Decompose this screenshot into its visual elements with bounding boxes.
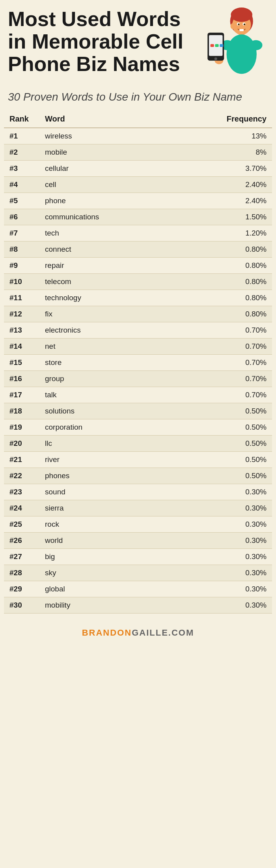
cell-word: fix xyxy=(39,306,158,322)
cell-word: river xyxy=(39,452,158,468)
cell-word: talk xyxy=(39,387,158,403)
cell-frequency: 0.30% xyxy=(158,484,272,500)
cell-frequency: 0.50% xyxy=(158,436,272,452)
table-row: #21river0.50% xyxy=(4,452,272,468)
cell-rank: #9 xyxy=(4,258,39,274)
cell-frequency: 13% xyxy=(158,128,272,144)
cell-word: solutions xyxy=(39,403,158,419)
cell-rank: #26 xyxy=(4,533,39,549)
cell-rank: #7 xyxy=(4,225,39,241)
table-row: #19corporation0.50% xyxy=(4,419,272,436)
cell-word: corporation xyxy=(39,419,158,436)
table-row: #17talk0.70% xyxy=(4,387,272,403)
subtitle-block: 30 Proven Words to Use in Your Own Biz N… xyxy=(0,87,276,110)
cell-frequency: 0.70% xyxy=(158,355,272,371)
cell-rank: #10 xyxy=(4,274,39,290)
cell-frequency: 0.50% xyxy=(158,452,272,468)
cell-rank: #29 xyxy=(4,581,39,597)
col-word: Word xyxy=(39,110,158,128)
cell-rank: #30 xyxy=(4,597,39,614)
table-row: #15store0.70% xyxy=(4,355,272,371)
cell-frequency: 2.40% xyxy=(158,193,272,209)
cell-frequency: 2.40% xyxy=(158,177,272,193)
table-row: #13electronics0.70% xyxy=(4,322,272,339)
subtitle-text: 30 Proven Words to Use in Your Own Biz N… xyxy=(8,90,268,104)
svg-point-3 xyxy=(231,23,235,29)
table-row: #25rock0.30% xyxy=(4,516,272,533)
table-row: #18solutions0.50% xyxy=(4,403,272,419)
table-row: #11technology0.80% xyxy=(4,290,272,306)
cell-rank: #1 xyxy=(4,128,39,144)
svg-rect-16 xyxy=(211,44,214,47)
cell-word: group xyxy=(39,371,158,387)
table-row: #20llc0.50% xyxy=(4,436,272,452)
svg-point-5 xyxy=(244,24,246,26)
table-row: #12fix0.80% xyxy=(4,306,272,322)
cell-word: net xyxy=(39,339,158,355)
cell-rank: #4 xyxy=(4,177,39,193)
cell-word: mobile xyxy=(39,144,158,161)
table-section: Rank Word Frequency #1wireless13%#2mobil… xyxy=(0,110,276,621)
cell-frequency: 0.80% xyxy=(158,306,272,322)
table-row: #27big0.30% xyxy=(4,549,272,565)
cell-frequency: 3.70% xyxy=(158,161,272,177)
table-row: #8connect0.80% xyxy=(4,241,272,258)
cell-frequency: 0.30% xyxy=(158,597,272,614)
cell-word: sound xyxy=(39,484,158,500)
cell-rank: #28 xyxy=(4,565,39,581)
table-row: #3cellular3.70% xyxy=(4,161,272,177)
cell-frequency: 1.50% xyxy=(158,209,272,225)
table-row: #7tech1.20% xyxy=(4,225,272,241)
table-row: #2mobile8% xyxy=(4,144,272,161)
cell-word: llc xyxy=(39,436,158,452)
cell-rank: #2 xyxy=(4,144,39,161)
table-row: #23sound0.30% xyxy=(4,484,272,500)
svg-point-10 xyxy=(227,34,257,74)
cell-frequency: 0.70% xyxy=(158,387,272,403)
brand-gaille: GAILLE xyxy=(132,628,168,638)
table-row: #1wireless13% xyxy=(4,128,272,144)
table-header: Rank Word Frequency xyxy=(4,110,272,128)
cell-frequency: 1.20% xyxy=(158,225,272,241)
cell-frequency: 0.30% xyxy=(158,549,272,565)
table-row: #30mobility0.30% xyxy=(4,597,272,614)
table-row: #29global0.30% xyxy=(4,581,272,597)
cell-rank: #16 xyxy=(4,371,39,387)
cell-frequency: 0.80% xyxy=(158,241,272,258)
cell-rank: #8 xyxy=(4,241,39,258)
cell-rank: #6 xyxy=(4,209,39,225)
cell-rank: #12 xyxy=(4,306,39,322)
table-row: #6communications1.50% xyxy=(4,209,272,225)
main-title: Most Used Words in Memorable Cell Phone … xyxy=(8,8,197,76)
table-row: #10telecom0.80% xyxy=(4,274,272,290)
table-row: #24sierra0.30% xyxy=(4,500,272,516)
cell-frequency: 0.80% xyxy=(158,274,272,290)
table-body: #1wireless13%#2mobile8%#3cellular3.70%#4… xyxy=(4,128,272,614)
cell-word: rock xyxy=(39,516,158,533)
header-text-block: Most Used Words in Memorable Cell Phone … xyxy=(8,8,197,76)
cell-rank: #17 xyxy=(4,387,39,403)
table-row: #22phones0.50% xyxy=(4,468,272,484)
cell-rank: #14 xyxy=(4,339,39,355)
cell-frequency: 0.80% xyxy=(158,290,272,306)
cell-word: global xyxy=(39,581,158,597)
cell-rank: #27 xyxy=(4,549,39,565)
table-row: #14net0.70% xyxy=(4,339,272,355)
cell-rank: #23 xyxy=(4,484,39,500)
cell-word: sky xyxy=(39,565,158,581)
cell-word: repair xyxy=(39,258,158,274)
cell-word: mobility xyxy=(39,597,158,614)
cell-frequency: 0.30% xyxy=(158,565,272,581)
brand-brandon: BRANDON xyxy=(82,628,132,638)
cell-rank: #15 xyxy=(4,355,39,371)
cell-word: cellular xyxy=(39,161,158,177)
cell-frequency: 0.30% xyxy=(158,516,272,533)
svg-rect-8 xyxy=(239,29,244,31)
brand-text: BRANDONGAILLE.COM xyxy=(82,628,194,638)
cell-word: tech xyxy=(39,225,158,241)
cell-rank: #5 xyxy=(4,193,39,209)
cell-rank: #20 xyxy=(4,436,39,452)
cell-rank: #24 xyxy=(4,500,39,516)
cell-rank: #18 xyxy=(4,403,39,419)
cell-rank: #3 xyxy=(4,161,39,177)
